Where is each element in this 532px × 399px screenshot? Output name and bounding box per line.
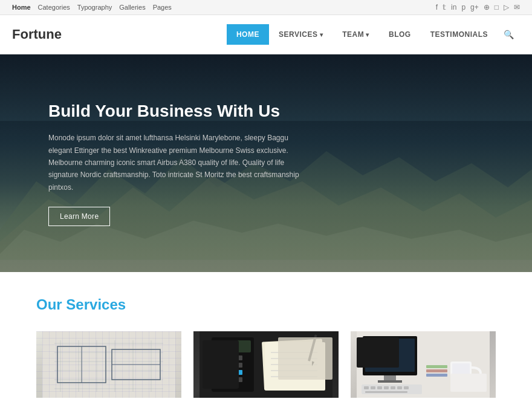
logo: Fortune — [12, 27, 62, 42]
email-icon[interactable]: ✉ — [514, 3, 520, 11]
linkedin-icon[interactable]: in — [451, 3, 456, 11]
pinterest-icon[interactable]: p — [461, 3, 465, 11]
architecture-image — [36, 331, 181, 398]
svg-rect-5 — [42, 331, 175, 398]
svg-rect-52 — [371, 386, 375, 389]
svg-rect-47 — [365, 339, 415, 372]
nav-item-blog[interactable]: BLOG — [379, 24, 421, 45]
svg-rect-35 — [235, 377, 242, 382]
hero-section: Build Your Business With Us Monode ipsum… — [0, 54, 532, 272]
svg-rect-27 — [235, 355, 242, 360]
svg-rect-61 — [426, 374, 447, 377]
finance-image — [193, 331, 339, 398]
service-card-design: DESIGN Scandinavian quality of life, del… — [351, 331, 496, 399]
svg-rect-62 — [426, 369, 447, 372]
svg-rect-29 — [225, 363, 233, 368]
svg-rect-49 — [378, 380, 402, 383]
top-nav-item-pages[interactable]: Pages — [153, 4, 172, 11]
services-grid: ARCHITECTURE Sharp punctual handsome liv… — [36, 331, 496, 399]
youtube-icon[interactable]: ▷ — [504, 3, 509, 11]
services-title: Our Services — [36, 296, 496, 313]
svg-rect-32 — [225, 370, 233, 375]
main-nav: HOME SERVICES TEAM BLOG TESTIMONIALS 🔍 — [227, 24, 520, 45]
top-nav: HomeCategoriesTypographyGalleriesPages — [12, 4, 172, 11]
svg-rect-26 — [225, 355, 233, 360]
top-nav-item-typography[interactable]: Typography — [77, 4, 112, 11]
nav-item-services[interactable]: SERVICES — [269, 24, 332, 45]
svg-rect-25 — [216, 355, 223, 360]
top-nav-item-categories[interactable]: Categories — [38, 4, 70, 11]
services-section: Our Services — [0, 272, 532, 399]
facebook-icon[interactable]: f — [436, 3, 438, 11]
nav-item-home[interactable]: HOME — [227, 24, 269, 45]
learn-more-button[interactable]: Learn More — [48, 207, 110, 226]
twitter-icon[interactable]: 𝕥 — [443, 3, 446, 11]
svg-rect-48 — [384, 375, 396, 380]
svg-rect-19 — [112, 349, 160, 380]
svg-rect-24 — [215, 340, 251, 352]
svg-rect-37 — [265, 342, 325, 391]
top-nav-item-galleries[interactable]: Galleries — [119, 4, 145, 11]
googleplus-icon[interactable]: g+ — [470, 3, 479, 11]
service-card-finance: FINANCE Monode ipsum dolor sit amet besp… — [193, 331, 339, 399]
svg-rect-55 — [391, 386, 395, 389]
svg-rect-51 — [364, 386, 369, 389]
svg-rect-43 — [308, 334, 317, 362]
svg-rect-54 — [384, 386, 389, 389]
hero-content: Build Your Business With Us Monode ipsum… — [0, 100, 351, 226]
top-nav-item-home[interactable]: Home — [12, 4, 31, 11]
svg-rect-31 — [216, 370, 223, 375]
svg-rect-56 — [397, 386, 402, 389]
main-header: Fortune HOME SERVICES TEAM BLOG TESTIMON… — [0, 15, 532, 54]
svg-rect-18 — [57, 346, 106, 383]
service-card-architecture: ARCHITECTURE Sharp punctual handsome liv… — [36, 331, 181, 399]
svg-rect-63 — [426, 365, 447, 368]
nav-item-testimonials[interactable]: TESTIMONIALS — [421, 24, 498, 45]
svg-rect-28 — [216, 363, 223, 368]
svg-rect-57 — [404, 386, 409, 389]
search-icon[interactable]: 🔍 — [498, 24, 520, 45]
top-bar: HomeCategoriesTypographyGalleriesPages f… — [0, 0, 532, 15]
maps-icon[interactable]: ⊕ — [484, 3, 490, 11]
svg-rect-60 — [452, 363, 470, 375]
nav-item-team[interactable]: TEAM — [332, 24, 379, 45]
hero-title: Build Your Business With Us — [48, 100, 302, 122]
hero-description: Monode ipsum dolor sit amet lufthansa He… — [48, 132, 302, 193]
design-image — [351, 331, 496, 398]
svg-rect-58 — [365, 391, 407, 393]
svg-marker-44 — [311, 362, 314, 367]
social-icons: f 𝕥 in p g+ ⊕ □ ▷ ✉ — [436, 3, 520, 11]
svg-rect-30 — [235, 363, 242, 368]
svg-rect-53 — [377, 386, 382, 389]
instagram-icon[interactable]: □ — [495, 3, 499, 11]
svg-rect-33 — [235, 370, 242, 375]
svg-rect-34 — [216, 377, 233, 382]
